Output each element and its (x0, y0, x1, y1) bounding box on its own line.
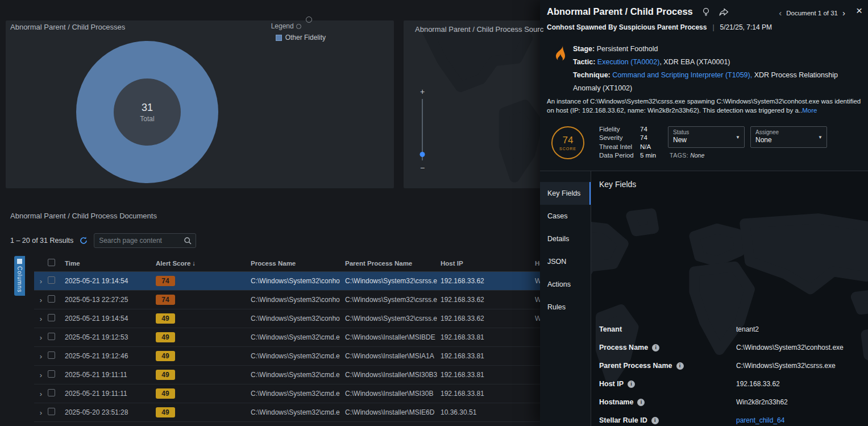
columns-tab-label: Columns (16, 266, 23, 292)
search-input[interactable] (94, 234, 196, 247)
lightbulb-icon[interactable] (701, 7, 711, 17)
cell-parent: C:\Windows\Installer\MSI30B3 (345, 371, 441, 379)
tab-rules[interactable]: Rules (540, 296, 591, 319)
technique-link[interactable]: Command and Scripting Interpreter (T1059… (612, 71, 752, 79)
columns-grid-icon (17, 259, 22, 264)
tab-details[interactable]: Details (540, 228, 591, 250)
legend-item-label: Other Fidelity (285, 34, 326, 42)
chevron-down-icon: ▼ (736, 135, 740, 140)
info-icon[interactable]: i (651, 417, 659, 424)
tab-key-fields[interactable]: Key Fields (540, 182, 591, 205)
metric-label: Severity (599, 134, 640, 141)
field-row-tenant: Tenant tenant2 (599, 320, 862, 338)
alert-score-badge: 49 (156, 370, 175, 380)
cell-score: 49 (156, 407, 251, 417)
row-expand-icon[interactable]: › (34, 277, 48, 286)
detail-subtitle-row: Conhost Spawned By Suspicious Parent Pro… (547, 23, 772, 31)
cell-score: 49 (156, 388, 251, 399)
legend-swatch (276, 35, 282, 41)
cell-ip: 192.168.33.62 (441, 277, 535, 285)
prev-document-icon[interactable]: ‹ (779, 8, 782, 18)
close-icon[interactable]: × (856, 5, 862, 17)
assignee-dropdown[interactable]: Assignee None ▼ (750, 126, 827, 148)
row-expand-icon[interactable]: › (34, 315, 48, 323)
refresh-icon[interactable] (79, 236, 88, 245)
cell-process: C:\Windows\System32\conho (251, 315, 345, 322)
row-expand-icon[interactable]: › (34, 371, 48, 379)
tags-value: None (690, 152, 704, 159)
row-expand-icon[interactable]: › (34, 333, 48, 342)
row-checkbox[interactable] (48, 276, 55, 284)
legend-item-other-fidelity[interactable]: Other Fidelity (276, 34, 326, 42)
field-value: C:\Windows\System32\csrss.exe (736, 362, 836, 370)
row-checkbox[interactable] (48, 370, 55, 378)
next-document-icon[interactable]: › (842, 8, 845, 18)
row-checkbox[interactable] (48, 333, 55, 340)
zoom-slider-knob[interactable] (420, 152, 425, 157)
select-all-checkbox[interactable] (48, 259, 55, 266)
tags-row: TAGS: None (670, 152, 704, 159)
col-header-parent-process-name[interactable]: Parent Process Name (345, 260, 441, 267)
tab-json[interactable]: JSON (540, 250, 591, 273)
stellar-rule-id-link[interactable]: parent_child_64 (736, 416, 784, 424)
col-header-time[interactable]: Time (65, 260, 156, 267)
zoom-out-button[interactable]: − (420, 164, 425, 172)
cell-parent: C:\Windows\System32\csrss.e (345, 277, 441, 285)
document-navigator: ‹ Document 1 of 31 › (779, 8, 845, 18)
cell-parent: C:\Windows\Installer\MSIBDE (345, 333, 441, 341)
chart-panel-title: Abnormal Parent / Child Processes (10, 23, 125, 31)
col-header-host-ip[interactable]: Host IP (441, 260, 535, 267)
zoom-slider[interactable] (422, 99, 423, 160)
search-box (94, 233, 196, 248)
row-checkbox[interactable] (48, 389, 55, 396)
score-circle: 74 SCORE (551, 126, 584, 159)
chart-legend: Legend Other Fidelity (271, 22, 326, 42)
field-row-host-ip: Host IPi 192.168.33.62 (599, 375, 862, 393)
donut-chart[interactable]: 31 Total (76, 41, 218, 183)
tab-actions[interactable]: Actions (540, 273, 591, 296)
metric-value: 74 (640, 126, 647, 133)
field-label: Parent Process Namei (599, 362, 736, 370)
tab-cases[interactable]: Cases (540, 205, 591, 228)
col-header-alert-score[interactable]: Alert Score↓ (156, 260, 251, 267)
columns-tab[interactable]: Columns (14, 256, 25, 296)
info-icon[interactable]: i (652, 344, 659, 351)
row-checkbox[interactable] (48, 351, 55, 359)
col-header-process-name[interactable]: Process Name (251, 260, 345, 267)
cell-process: C:\Windows\System32\cmd.e (251, 371, 345, 379)
row-expand-icon[interactable]: › (34, 390, 48, 398)
alert-description: An instance of C:\Windows\System32\csrss… (547, 97, 864, 115)
row-checkbox[interactable] (48, 295, 55, 303)
panel-options-icon[interactable] (306, 16, 312, 23)
field-row-process-name: Process Namei C:\Windows\System32\conhos… (599, 338, 862, 357)
cell-ip: 10.36.30.51 (441, 408, 535, 416)
cell-ip: 192.168.33.62 (441, 296, 535, 304)
field-label: Tenant (599, 325, 736, 333)
info-icon[interactable]: i (637, 399, 645, 406)
search-icon (184, 237, 192, 245)
row-expand-icon[interactable]: › (34, 296, 48, 304)
legend-label: Legend (271, 22, 294, 30)
cell-score: 49 (156, 351, 251, 361)
cell-parent: C:\Windows\Installer\MSIE6D (345, 408, 441, 416)
cell-score: 49 (156, 313, 251, 324)
donut-total-label: Total (140, 115, 154, 123)
info-icon[interactable]: i (628, 380, 635, 388)
row-checkbox[interactable] (48, 408, 55, 415)
row-expand-icon[interactable]: › (34, 352, 48, 361)
row-checkbox[interactable] (48, 314, 55, 321)
tactic-link[interactable]: Execution (TA0002) (597, 58, 660, 66)
info-icon[interactable]: i (676, 362, 684, 370)
field-label: Host IPi (599, 380, 736, 388)
status-dropdown[interactable]: Status New ▼ (668, 126, 745, 148)
share-icon[interactable] (718, 7, 729, 17)
cell-score: 74 (156, 295, 251, 305)
row-expand-icon[interactable]: › (34, 408, 48, 417)
donut-center: 31 Total (114, 78, 181, 146)
legend-settings-icon[interactable] (296, 24, 301, 29)
more-link[interactable]: More (802, 107, 817, 114)
zoom-in-button[interactable]: + (420, 88, 425, 96)
alert-timestamp: 5/21/25, 7:14 PM (720, 23, 772, 31)
stage-flame-icon (550, 44, 570, 65)
cell-ip: 192.168.33.81 (441, 390, 535, 398)
